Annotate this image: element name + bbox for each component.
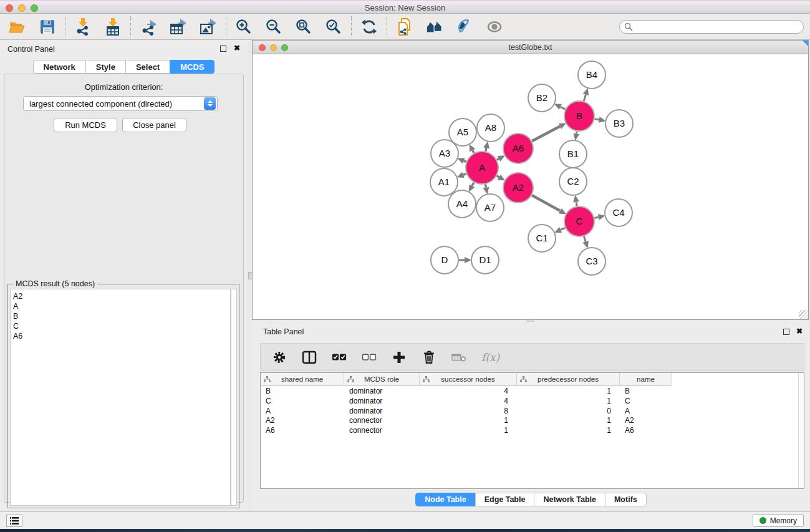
edge-A-A3[interactable]	[464, 161, 466, 162]
refresh-icon[interactable]	[360, 18, 378, 36]
search-input[interactable]	[619, 20, 804, 34]
select-all-icon[interactable]	[332, 350, 347, 365]
edge-A-A8[interactable]	[486, 148, 486, 151]
table-cell[interactable]: 1	[517, 386, 620, 396]
table-cell[interactable]: dominator	[344, 396, 420, 406]
add-column-icon[interactable]	[392, 350, 407, 365]
column-header-successor-nodes[interactable]: successor nodes	[420, 373, 517, 386]
table-cell[interactable]: 1	[517, 396, 620, 406]
graph-node-B1[interactable]: B1	[559, 140, 587, 168]
table-row[interactable]: Cdominator41C	[261, 396, 804, 406]
close-panel-button[interactable]: Close panel	[122, 118, 186, 132]
graph-node-A4[interactable]: A4	[448, 190, 476, 218]
table-row[interactable]: A2connector11A2	[261, 415, 804, 425]
graph-node-A2[interactable]: A2	[503, 173, 533, 203]
memory-button[interactable]: Memory	[753, 514, 804, 527]
graph-node-A1[interactable]: A1	[430, 168, 458, 196]
mcds-result-item[interactable]: A6	[13, 331, 230, 341]
table-cell[interactable]: B	[261, 386, 344, 396]
column-header-shared-name[interactable]: shared name	[261, 373, 344, 386]
function-builder-icon[interactable]: f(x)	[481, 351, 499, 364]
float-panel-icon[interactable]	[783, 329, 789, 335]
split-view-icon[interactable]	[302, 350, 317, 365]
hide-graphics-details-icon[interactable]	[456, 18, 473, 36]
tab-network-table[interactable]: Network Table	[534, 493, 605, 506]
graph-node-A[interactable]: A	[466, 152, 498, 184]
zoom-selected-icon[interactable]	[325, 18, 342, 36]
float-panel-icon[interactable]	[220, 46, 226, 52]
run-mcds-button[interactable]: Run MCDS	[54, 118, 117, 132]
table-cell[interactable]: 1	[517, 415, 620, 425]
edge-A6-B[interactable]	[532, 126, 560, 141]
mcds-result-scrollbar[interactable]	[231, 289, 237, 506]
network-graph[interactable]: B4B2BB3A8A5A6A3B1AA1C2A2A4A7C4CC1C3DD1	[253, 54, 809, 320]
table-cell[interactable]: A6	[261, 425, 344, 435]
export-table-icon[interactable]	[170, 18, 187, 36]
graph-node-B4[interactable]: B4	[578, 61, 605, 89]
edge-B-B1[interactable]	[576, 132, 577, 134]
edge-A-A1[interactable]	[463, 174, 466, 175]
table-cell[interactable]: 1	[420, 425, 517, 435]
edge-A-A6[interactable]	[497, 158, 499, 160]
zoom-out-icon[interactable]	[265, 18, 282, 36]
table-cell[interactable]: A2	[620, 415, 672, 425]
new-network-from-selection-icon[interactable]	[396, 18, 413, 36]
graph-node-C4[interactable]: C4	[605, 199, 632, 226]
table-cell[interactable]: A	[620, 406, 672, 416]
close-panel-icon[interactable]: ✖	[796, 327, 803, 336]
column-header-MCDS-role[interactable]: MCDS role	[344, 373, 420, 386]
graph-node-A7[interactable]: A7	[476, 194, 504, 221]
table-cell[interactable]: connector	[344, 415, 420, 425]
table-cell[interactable]: 4	[420, 396, 517, 406]
table-cell[interactable]: A6	[620, 425, 672, 435]
mcds-result-item[interactable]: A	[13, 301, 230, 311]
close-panel-icon[interactable]: ✖	[234, 44, 240, 52]
zoom-in-icon[interactable]	[235, 18, 253, 36]
tab-edge-table[interactable]: Edge Table	[475, 493, 534, 506]
table-cell[interactable]: 1	[420, 415, 517, 425]
graph-node-B[interactable]: B	[564, 101, 594, 131]
mcds-result-item[interactable]: A2	[13, 291, 230, 301]
table-cell[interactable]: connector	[344, 425, 420, 435]
table-cell[interactable]: A2	[261, 415, 344, 425]
edge-A-A4[interactable]	[472, 183, 474, 186]
tab-node-table[interactable]: Node Table	[415, 493, 475, 506]
export-image-icon[interactable]	[200, 18, 217, 36]
table-cell[interactable]: C	[261, 396, 344, 406]
deselect-all-icon[interactable]	[362, 350, 377, 365]
settings-gear-icon[interactable]	[272, 350, 287, 365]
edge-A-A7[interactable]	[485, 184, 486, 187]
graph-node-A3[interactable]: A3	[431, 140, 458, 167]
edge-C-C3[interactable]	[584, 236, 586, 242]
edge-A-A2[interactable]	[497, 176, 499, 177]
birds-eye-view-icon[interactable]	[486, 18, 503, 36]
optimization-criterion-select[interactable]: largest connected component (directed)	[23, 96, 218, 111]
cybrowser-home-icon[interactable]	[426, 18, 443, 36]
delete-column-icon[interactable]	[422, 350, 436, 365]
table-cell[interactable]: B	[620, 386, 672, 396]
mcds-result-list[interactable]: A2ABCA6	[10, 289, 231, 506]
edge-B-B2[interactable]	[561, 107, 566, 109]
zoom-fit-icon[interactable]	[295, 18, 312, 36]
edge-A-A5[interactable]	[473, 150, 474, 153]
edge-A2-C[interactable]	[532, 195, 560, 211]
table-row[interactable]: Bdominator41B	[261, 386, 804, 396]
graph-node-C3[interactable]: C3	[578, 248, 605, 275]
column-header-predecessor-nodes[interactable]: predecessor nodes	[517, 373, 620, 386]
graph-node-D1[interactable]: D1	[471, 246, 499, 274]
open-file-icon[interactable]	[9, 18, 26, 36]
tab-network[interactable]: Network	[33, 60, 85, 74]
tab-select[interactable]: Select	[125, 60, 170, 74]
table-cell[interactable]: dominator	[344, 386, 420, 396]
tab-mcds[interactable]: MCDS	[170, 60, 215, 74]
column-header-name[interactable]: name	[620, 373, 672, 386]
network-window-titlebar[interactable]: testGlobe.txt	[253, 41, 808, 54]
table-cell[interactable]: dominator	[344, 406, 420, 416]
delete-table-icon[interactable]	[451, 350, 466, 365]
graph-node-A8[interactable]: A8	[477, 114, 504, 142]
graph-node-C[interactable]: C	[564, 206, 594, 236]
mcds-result-item[interactable]: C	[13, 321, 230, 331]
edge-B-B4[interactable]	[584, 95, 586, 101]
network-canvas[interactable]: B4B2BB3A8A5A6A3B1AA1C2A2A4A7C4CC1C3DD1	[253, 54, 808, 319]
mcds-result-item[interactable]: B	[13, 311, 230, 321]
